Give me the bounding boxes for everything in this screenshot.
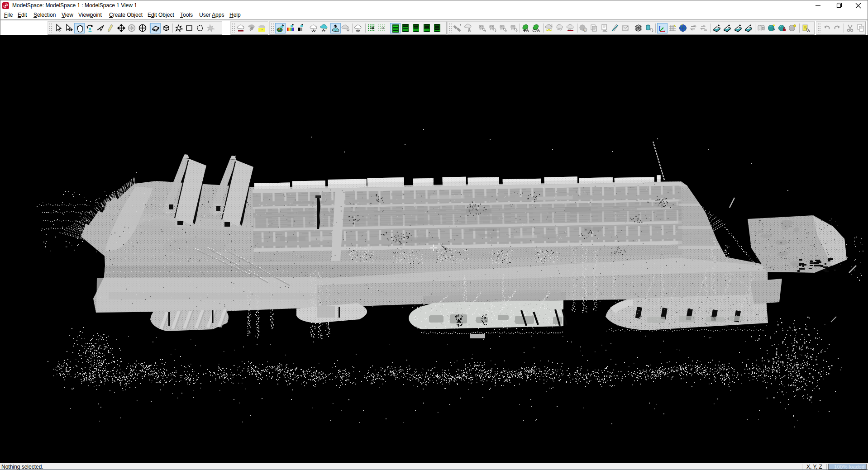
svg-text:i: i bbox=[585, 29, 585, 32]
svg-text:?: ? bbox=[773, 28, 775, 32]
